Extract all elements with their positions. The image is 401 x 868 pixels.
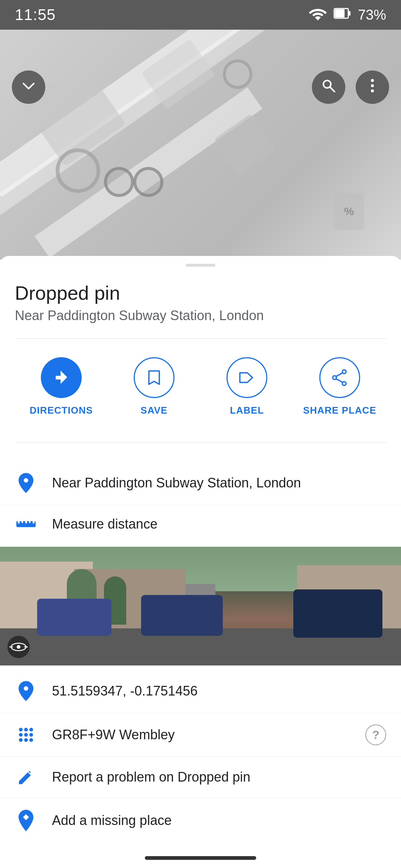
svg-rect-15: [22, 520, 23, 523]
directions-circle: [41, 357, 82, 398]
location-plus-icon: [15, 809, 37, 832]
action-buttons: DIRECTIONS SAVE LABEL: [15, 354, 386, 427]
svg-point-30: [24, 738, 28, 742]
more-options-button[interactable]: [356, 70, 389, 104]
location-text: Near Paddington Subway Station, London: [52, 475, 386, 491]
measure-row[interactable]: Measure distance: [0, 505, 401, 543]
drag-handle[interactable]: [0, 256, 401, 274]
location-row[interactable]: Near Paddington Subway Station, London: [0, 461, 401, 505]
divider-1: [15, 338, 386, 339]
svg-point-28: [29, 733, 33, 737]
collapse-button[interactable]: [12, 70, 45, 104]
measure-text: Measure distance: [52, 516, 386, 532]
home-indicator: [145, 856, 256, 860]
svg-point-26: [19, 733, 23, 737]
street-view[interactable]: [0, 547, 401, 665]
search-icon: [320, 78, 337, 97]
label-label: LABEL: [230, 405, 264, 416]
panorama-icon: [7, 636, 30, 658]
plus-code-row[interactable]: GR8F+9W Wembley ?: [0, 713, 401, 757]
drag-handle-bar: [186, 264, 215, 267]
battery-percentage: 73%: [358, 7, 386, 23]
label-button[interactable]: LABEL: [210, 357, 284, 416]
battery-icon: [333, 6, 351, 24]
svg-line-11: [336, 373, 343, 377]
bottom-nav: [0, 847, 401, 868]
svg-line-12: [336, 379, 343, 382]
coordinates-row[interactable]: 51.5159347, -0.1751456: [0, 669, 401, 713]
info-section: Near Paddington Subway Station, London M…: [0, 461, 401, 547]
svg-line-4: [330, 87, 335, 92]
svg-rect-1: [348, 11, 351, 16]
svg-rect-18: [33, 520, 35, 523]
svg-point-6: [371, 84, 374, 87]
place-subtitle: Near Paddington Subway Station, London: [15, 308, 386, 323]
report-text: Report a problem on Dropped pin: [52, 769, 386, 785]
measure-icon: [15, 517, 37, 532]
svg-rect-16: [25, 520, 27, 523]
svg-point-10: [333, 376, 336, 379]
coordinates-icon: [15, 680, 37, 702]
place-title: Dropped pin: [15, 282, 386, 304]
street-view-overlay: [7, 636, 30, 658]
map-view[interactable]: [0, 30, 401, 260]
share-circle: [319, 357, 360, 398]
svg-point-9: [342, 382, 346, 385]
label-circle: [226, 357, 267, 398]
directions-button[interactable]: DIRECTIONS: [24, 357, 98, 416]
location-icon: [15, 472, 37, 494]
svg-point-25: [29, 728, 33, 731]
detail-section: 51.5159347, -0.1751456 GR8F+9W Wembley ?: [0, 669, 401, 847]
save-button[interactable]: SAVE: [117, 357, 191, 416]
save-label: SAVE: [141, 405, 168, 416]
divider-2: [15, 442, 386, 443]
svg-point-5: [371, 79, 374, 82]
chevron-down-icon: [20, 78, 37, 97]
svg-point-8: [342, 370, 346, 374]
directions-label: DIRECTIONS: [30, 405, 93, 416]
svg-point-23: [19, 728, 23, 731]
svg-point-31: [29, 738, 33, 742]
help-button[interactable]: ?: [365, 724, 386, 745]
status-bar: 11:55 73%: [0, 0, 401, 30]
svg-rect-14: [18, 520, 20, 523]
edit-icon: [15, 768, 37, 786]
status-time: 11:55: [15, 6, 56, 24]
share-place-label: SHARE PLACE: [303, 405, 376, 416]
plus-code-text: GR8F+9W Wembley: [52, 727, 351, 743]
svg-rect-17: [29, 520, 30, 523]
report-problem-row[interactable]: Report a problem on Dropped pin: [0, 757, 401, 798]
status-icons: 73%: [309, 6, 386, 24]
wifi-icon: [309, 6, 327, 24]
info-panel: Dropped pin Near Paddington Subway Stati…: [0, 274, 401, 443]
add-missing-place-row[interactable]: Add a missing place: [0, 798, 401, 843]
svg-point-27: [24, 733, 28, 737]
svg-point-20: [17, 645, 20, 649]
svg-point-24: [24, 728, 28, 731]
coordinates-text: 51.5159347, -0.1751456: [52, 683, 386, 699]
share-place-button[interactable]: SHARE PLACE: [303, 357, 377, 416]
svg-rect-2: [335, 9, 345, 17]
search-button[interactable]: [312, 70, 345, 104]
help-icon: ?: [372, 728, 379, 742]
svg-point-7: [371, 89, 374, 92]
save-circle: [134, 357, 175, 398]
svg-point-29: [19, 738, 23, 742]
add-missing-place-text: Add a missing place: [52, 813, 386, 828]
more-dots-icon: [370, 78, 375, 97]
grid-icon: [15, 725, 37, 744]
